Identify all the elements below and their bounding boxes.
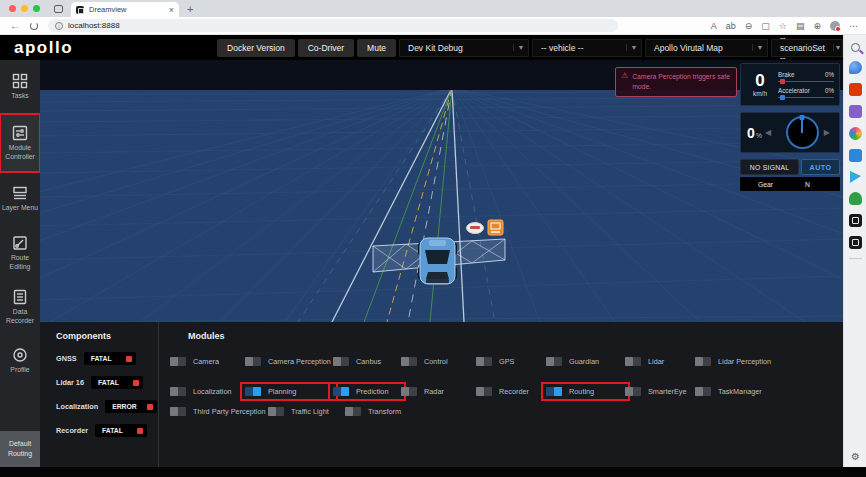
tab-title: Dreamview — [89, 5, 169, 14]
module-toggle-camera-perception[interactable]: Camera Perception — [245, 357, 333, 366]
zoom-out-icon[interactable]: ⊖ — [745, 21, 753, 31]
designer-icon[interactable] — [849, 127, 862, 140]
maximize-window-button[interactable] — [33, 5, 40, 12]
camera-app-icon[interactable] — [849, 149, 862, 162]
toggle-switch[interactable] — [170, 387, 186, 396]
app-shortcut-icon[interactable] — [849, 236, 862, 249]
steering-wheel-icon — [786, 116, 819, 149]
module-toggle-smartereye[interactable]: SmarterEye — [625, 387, 695, 396]
site-info-icon[interactable]: i — [55, 22, 63, 30]
module-toggle-routing[interactable]: Routing — [546, 387, 625, 396]
office-icon[interactable] — [849, 83, 862, 96]
new-tab-button[interactable]: + — [187, 3, 193, 15]
module-toggle-recorder[interactable]: Recorder — [476, 387, 546, 396]
toggle-switch-on[interactable] — [245, 387, 261, 396]
toggle-switch[interactable] — [345, 407, 361, 416]
sidebar-item-module-controller[interactable]: Module Controller — [0, 114, 40, 172]
mute-button[interactable]: Mute — [357, 39, 396, 57]
sidebar-settings-icon[interactable]: ⚙ — [844, 451, 866, 462]
module-toggle-taskmanager[interactable]: TaskManager — [695, 387, 843, 396]
toggle-switch-on[interactable] — [546, 387, 562, 396]
close-window-button[interactable] — [9, 5, 16, 12]
toggle-switch[interactable] — [170, 357, 186, 366]
status-badge: ERROR — [105, 400, 157, 413]
toggle-switch[interactable] — [170, 407, 186, 416]
toggle-switch[interactable] — [695, 387, 711, 396]
tab-close-icon[interactable]: × — [169, 5, 174, 15]
url-input[interactable]: i localhost:8888 — [48, 19, 618, 32]
profile-avatar[interactable] — [830, 21, 840, 31]
toggle-switch[interactable] — [546, 357, 562, 366]
sidebar-search-icon[interactable] — [851, 43, 860, 52]
turn-left-icon: ◀ — [765, 128, 771, 137]
text-size-icon[interactable]: A — [711, 21, 717, 31]
collections-icon[interactable]: ▤ — [796, 21, 805, 31]
module-toggle-radar[interactable]: Radar — [401, 387, 476, 396]
browser-menu-icon[interactable]: ⋯ — [849, 21, 858, 31]
modules-panel: Modules Camera Camera Perception Canbus … — [159, 322, 843, 467]
tree-app-icon[interactable] — [849, 192, 862, 205]
toggle-switch[interactable] — [268, 407, 284, 416]
sidebar-item-tasks[interactable]: Tasks — [0, 60, 40, 114]
module-toggle-traffic-light[interactable]: Traffic Light — [268, 407, 345, 416]
split-screen-icon[interactable]: ▢ — [761, 21, 770, 31]
module-toggle-camera[interactable]: Camera — [170, 357, 245, 366]
toggle-switch[interactable] — [401, 387, 417, 396]
app-header: apollo Docker Version Co-Driver Mute Dev… — [0, 35, 843, 60]
module-toggle-lidar-perception[interactable]: Lidar Perception — [695, 357, 843, 366]
turn-right-icon: ▶ — [824, 128, 830, 137]
toggle-switch[interactable] — [245, 357, 261, 366]
refresh-icon[interactable] — [30, 22, 38, 30]
sidebar-item-profile[interactable]: Profile — [0, 334, 40, 388]
toggle-switch[interactable] — [625, 387, 641, 396]
vehicle-select[interactable]: -- vehicle -- ▼ — [532, 39, 642, 57]
copilot-icon[interactable] — [849, 61, 862, 74]
scenario-select[interactable]: -- scenarioSet -- ▼ — [771, 39, 843, 57]
dreamview-favicon — [76, 6, 84, 14]
chevron-down-icon: ▼ — [752, 44, 767, 51]
status-badge: FATAL — [84, 352, 136, 365]
component-row-recorder: Recorder FATAL — [56, 424, 158, 437]
co-driver-button[interactable]: Co-Driver — [298, 39, 354, 57]
mode-select[interactable]: Dev Kit Debug ▼ — [399, 39, 529, 57]
favorite-icon[interactable]: ☆ — [779, 21, 787, 31]
module-toggle-third-party-perception[interactable]: Third Party Perception — [170, 407, 268, 416]
back-icon[interactable]: ← — [10, 20, 20, 31]
module-toggle-prediction[interactable]: Prediction — [333, 387, 401, 396]
window-controls[interactable] — [9, 5, 40, 12]
toggle-switch[interactable] — [476, 387, 492, 396]
tasks-icon — [12, 73, 28, 89]
messenger-icon[interactable] — [850, 171, 861, 183]
toggle-switch-on[interactable] — [333, 387, 349, 396]
scene-viewport[interactable]: ⚠ Camera Perception triggers safe mode. … — [40, 60, 843, 322]
module-toggle-localization[interactable]: Localization — [170, 387, 245, 396]
sidebar-item-route-editing[interactable]: Route Editing — [0, 226, 40, 280]
toggle-switch[interactable] — [695, 357, 711, 366]
toggle-switch[interactable] — [401, 357, 417, 366]
warning-toast: ⚠ Camera Perception triggers safe mode. — [615, 67, 737, 97]
module-toggle-guardian[interactable]: Guardian — [546, 357, 625, 366]
read-aloud-icon[interactable]: ab — [726, 21, 736, 31]
steering-value: 0 — [747, 125, 755, 141]
browser-essentials-icon[interactable]: ⊕ — [813, 21, 821, 31]
browser-tab[interactable]: Dreamview × — [71, 2, 179, 17]
app-shortcut-icon[interactable] — [849, 214, 862, 227]
module-toggle-planning[interactable]: Planning — [245, 387, 333, 396]
default-routing-button[interactable]: Default Routing — [0, 431, 40, 467]
sidebar-item-layer-menu[interactable]: Layer Menu — [0, 172, 40, 226]
sidebar-item-data-recorder[interactable]: Data Recorder — [0, 280, 40, 334]
docker-version-button[interactable]: Docker Version — [217, 39, 295, 57]
people-icon[interactable] — [849, 105, 862, 118]
module-toggle-transform[interactable]: Transform — [345, 407, 401, 416]
toggle-switch[interactable] — [333, 357, 349, 366]
minimize-window-button[interactable] — [21, 5, 28, 12]
toggle-switch[interactable] — [625, 357, 641, 366]
map-select[interactable]: Apollo Virutal Map ▼ — [645, 39, 768, 57]
edge-sidebar: ⚙ — [843, 35, 866, 472]
module-toggle-gps[interactable]: GPS — [476, 357, 546, 366]
tab-overview-icon[interactable] — [54, 5, 63, 13]
toggle-switch[interactable] — [476, 357, 492, 366]
module-toggle-control[interactable]: Control — [401, 357, 476, 366]
module-toggle-lidar[interactable]: Lidar — [625, 357, 695, 366]
module-toggle-canbus[interactable]: Canbus — [333, 357, 401, 366]
